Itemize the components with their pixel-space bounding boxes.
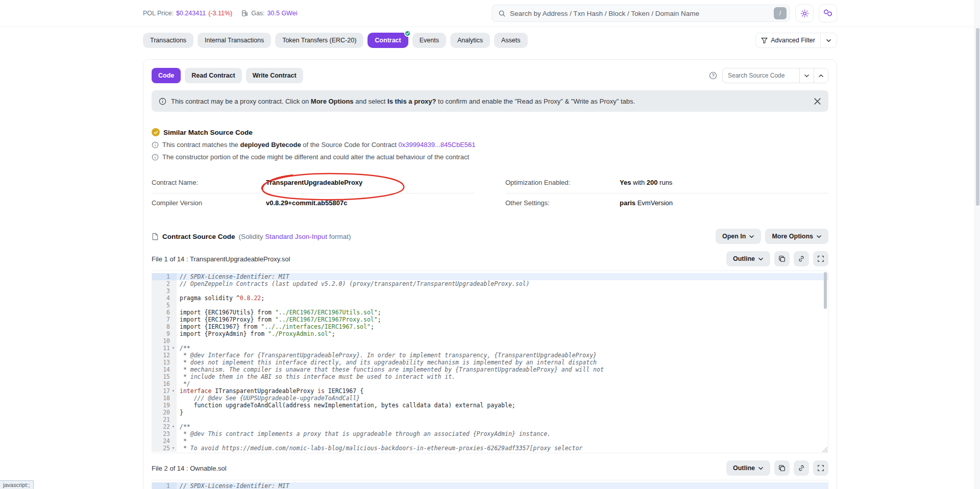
code-line: 3: [152, 287, 828, 295]
tab-contract[interactable]: Contract: [368, 33, 408, 48]
tab-internal-transactions[interactable]: Internal Transactions: [198, 33, 271, 48]
code-line: 24 *: [152, 437, 828, 445]
code-line: 14 * mechanism. The compiler is unaware …: [152, 366, 828, 373]
code-line: 16 */: [152, 380, 828, 387]
code-line: 11▾/**: [152, 345, 828, 352]
contract-name-value: TransparentUpgradeableProxy: [266, 179, 362, 186]
similar-match-title: Similar Match Source Code: [163, 129, 253, 136]
open-in-button[interactable]: Open In: [716, 229, 762, 244]
outline-button[interactable]: Outline: [726, 251, 770, 266]
banner-text: This contract may be a proxy contract. C…: [171, 97, 635, 105]
contract-card: Code Read Contract Write Contract: [143, 59, 837, 489]
top-bar: POL Price: $0.243411 (-3.11%) Gas: 30.5 …: [0, 0, 980, 27]
close-icon[interactable]: [814, 97, 821, 105]
tab-events[interactable]: Events: [412, 33, 446, 48]
search-source-code-group: [722, 68, 828, 83]
code-line: 1// SPDX-License-Identifier: MIT: [152, 482, 828, 489]
code-line: 17▾interface ITransparentUpgradeableProx…: [152, 387, 828, 395]
file-section: File 1 of 14 : TransparentUpgradeablePro…: [152, 251, 828, 453]
info-icon: [152, 154, 159, 161]
tab-transactions[interactable]: Transactions: [143, 33, 193, 48]
editor-scrollbar[interactable]: [824, 272, 827, 309]
fold-arrow-icon[interactable]: ▾: [170, 387, 177, 395]
fold-arrow-icon[interactable]: ▾: [170, 423, 177, 430]
code-line: 5: [152, 302, 828, 309]
code-editor[interactable]: 1// SPDX-License-Identifier: MIT2// Open…: [152, 480, 828, 489]
pol-price-value[interactable]: $0.243411: [176, 10, 206, 17]
permalink-icon[interactable]: [794, 251, 809, 266]
code-tab-button[interactable]: Code: [152, 68, 181, 83]
code-line: 12 * @dev Interface for {TransparentUpgr…: [152, 352, 828, 359]
advanced-filter-dropdown[interactable]: [821, 33, 837, 47]
tab-assets[interactable]: Assets: [494, 33, 528, 48]
source-code-header: Contract Source Code (Solidity Standard …: [152, 229, 828, 244]
theme-toggle-button[interactable]: [795, 4, 814, 22]
gas-pump-icon: [241, 10, 249, 17]
write-contract-button[interactable]: Write Contract: [246, 68, 303, 83]
polygon-logo-icon: [823, 9, 832, 18]
help-icon[interactable]: [709, 71, 717, 80]
address-tabs-row: TransactionsInternal TransactionsToken T…: [143, 33, 837, 48]
file-label: File 2 of 14 : Ownable.sol: [152, 464, 227, 472]
code-line: 8import {IERC1967} from "../../interface…: [152, 323, 828, 330]
search-next-button[interactable]: [799, 68, 814, 83]
gas-label: Gas:: [251, 10, 264, 17]
code-line: 22▾/**: [152, 423, 828, 430]
copy-icon[interactable]: [774, 251, 790, 266]
optimization-row: Optimization Enabled: Yes with 200 runs: [505, 173, 828, 193]
compiler-version-value: v0.8.29+commit.ab55807c: [266, 199, 347, 207]
code-line: 7import {ERC1967Proxy} from "../ERC1967/…: [152, 316, 828, 323]
optimization-value: Yes with 200 runs: [620, 179, 672, 186]
code-line: 13 * does not implement this interface d…: [152, 359, 828, 366]
global-search[interactable]: /: [492, 5, 790, 22]
file-section: File 2 of 14 : Ownable.solOutline1// SPD…: [152, 460, 828, 489]
status-bar-link-preview: javascript:;: [0, 480, 34, 489]
collapse-section-button[interactable]: [814, 68, 828, 83]
sun-icon: [800, 9, 809, 18]
code-line: 18 /// @dev See {UUPSUpgradeable-upgrade…: [152, 395, 828, 402]
read-contract-button[interactable]: Read Contract: [185, 68, 241, 83]
constructor-note-line: The constructor portion of the code migh…: [152, 153, 828, 161]
code-line: 9import {ProxyAdmin} from "./ProxyAdmin.…: [152, 330, 828, 337]
code-line: 19 function upgradeToAndCall(address new…: [152, 402, 828, 409]
search-source-code-input[interactable]: [723, 72, 799, 79]
polygonscan-logo-button[interactable]: [819, 4, 837, 22]
expand-icon[interactable]: [813, 460, 828, 476]
compiler-version-row: Compiler Version v0.8.29+commit.ab55807c: [152, 193, 475, 213]
file-icon: [152, 233, 159, 240]
tab-analytics[interactable]: Analytics: [450, 33, 490, 48]
standard-json-input-link[interactable]: Standard Json-Input: [265, 233, 327, 240]
advanced-filter-button[interactable]: Advanced Filter: [755, 33, 837, 48]
other-settings-row: Other Settings: paris EvmVersion: [505, 193, 828, 213]
page-scrollbar-thumb[interactable]: [976, 28, 979, 206]
tab-token-transfers-erc-20[interactable]: Token Transfers (ERC-20): [275, 33, 363, 48]
code-line: 20}: [152, 409, 828, 416]
code-line: 2// OpenZeppelin Contracts (last updated…: [152, 280, 828, 287]
code-line: 1// SPDX-License-Identifier: MIT: [152, 273, 828, 280]
fold-arrow-icon[interactable]: ▾: [170, 445, 177, 452]
bytecode-match-line: This contract matches the deployed Bytec…: [152, 141, 828, 149]
search-input[interactable]: [510, 10, 770, 17]
proxy-info-banner: This contract may be a proxy contract. C…: [152, 90, 828, 112]
permalink-icon[interactable]: [794, 460, 809, 476]
more-options-button[interactable]: More Options: [765, 229, 828, 244]
gas-value[interactable]: 30.5 GWei: [267, 10, 298, 17]
pol-price-change: (-3.11%): [208, 10, 232, 17]
code-line: 21: [152, 416, 828, 423]
matched-contract-link[interactable]: 0x39994839...845CbE561: [398, 141, 475, 149]
network-stats: POL Price: $0.243411 (-3.11%) Gas: 30.5 …: [143, 10, 297, 17]
info-icon: [152, 141, 159, 149]
outline-button[interactable]: Outline: [726, 460, 770, 476]
code-line: 6import {ERC1967Utils} from "../ERC1967/…: [152, 309, 828, 316]
code-editor[interactable]: 1// SPDX-License-Identifier: MIT2// Open…: [152, 271, 828, 453]
copy-icon[interactable]: [774, 460, 790, 476]
code-line: 10: [152, 337, 828, 345]
similar-match-section: Similar Match Source Code This contract …: [152, 128, 828, 161]
page-scrollbar[interactable]: [974, 0, 980, 489]
expand-icon[interactable]: [813, 251, 828, 266]
slash-shortcut-badge: /: [774, 7, 787, 19]
pol-price-label: POL Price:: [143, 10, 174, 17]
file-label: File 1 of 14 : TransparentUpgradeablePro…: [152, 255, 290, 263]
fold-arrow-icon[interactable]: ▾: [170, 345, 177, 352]
code-line: 4pragma solidity ^0.8.22;: [152, 295, 828, 302]
